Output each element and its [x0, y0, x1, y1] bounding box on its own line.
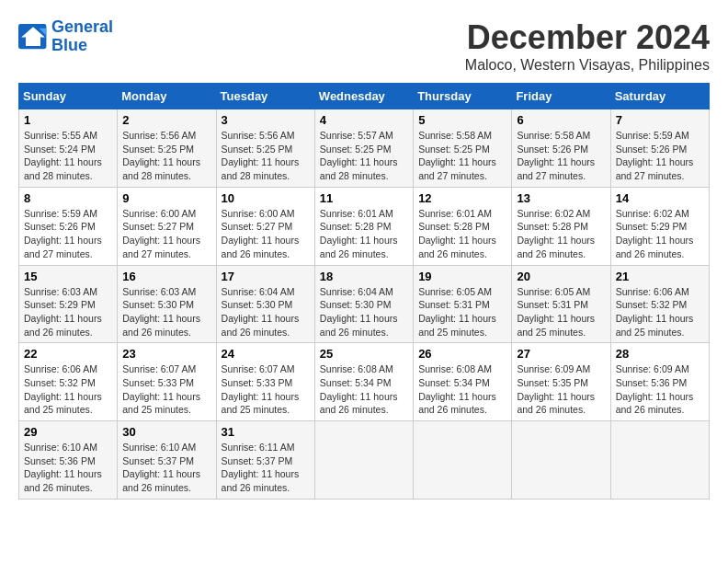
day-number: 17 [222, 270, 310, 283]
day-number: 9 [122, 191, 210, 205]
header-cell-tuesday: Tuesday [216, 84, 314, 109]
day-cell: 8Sunrise: 5:59 AM Sunset: 5:26 PM Daylig… [19, 187, 118, 265]
day-info: Sunrise: 6:08 AM Sunset: 5:34 PM Dayligh… [320, 362, 408, 417]
day-cell: 18Sunrise: 6:04 AM Sunset: 5:30 PM Dayli… [314, 265, 413, 343]
day-cell: 14Sunrise: 6:02 AM Sunset: 5:29 PM Dayli… [610, 187, 709, 265]
week-row-2: 8Sunrise: 5:59 AM Sunset: 5:26 PM Daylig… [19, 187, 710, 265]
day-info: Sunrise: 6:02 AM Sunset: 5:29 PM Dayligh… [616, 207, 704, 261]
day-cell: 24Sunrise: 6:07 AM Sunset: 5:33 PM Dayli… [216, 343, 314, 421]
day-cell: 27Sunrise: 6:09 AM Sunset: 5:35 PM Dayli… [512, 343, 610, 421]
day-number: 16 [122, 270, 210, 283]
day-cell: 4Sunrise: 5:57 AM Sunset: 5:25 PM Daylig… [314, 109, 413, 188]
day-info: Sunrise: 6:08 AM Sunset: 5:34 PM Dayligh… [418, 362, 506, 417]
day-info: Sunrise: 5:55 AM Sunset: 5:24 PM Dayligh… [24, 129, 112, 183]
day-info: Sunrise: 6:10 AM Sunset: 5:37 PM Dayligh… [122, 441, 210, 495]
day-info: Sunrise: 5:59 AM Sunset: 5:26 PM Dayligh… [24, 207, 112, 261]
day-cell: 9Sunrise: 6:00 AM Sunset: 5:27 PM Daylig… [118, 187, 216, 265]
day-number: 23 [122, 347, 210, 361]
day-number: 18 [320, 270, 408, 283]
day-cell: 22Sunrise: 6:06 AM Sunset: 5:32 PM Dayli… [19, 343, 118, 421]
day-cell: 23Sunrise: 6:07 AM Sunset: 5:33 PM Dayli… [118, 343, 216, 421]
day-number: 31 [222, 425, 310, 439]
day-info: Sunrise: 6:00 AM Sunset: 5:27 PM Dayligh… [222, 207, 310, 261]
day-cell: 30Sunrise: 6:10 AM Sunset: 5:37 PM Dayli… [118, 421, 216, 500]
day-number: 29 [24, 425, 112, 439]
day-info: Sunrise: 6:03 AM Sunset: 5:30 PM Dayligh… [122, 285, 210, 339]
header-cell-friday: Friday [512, 84, 610, 109]
day-number: 7 [616, 113, 704, 127]
day-number: 20 [517, 270, 605, 283]
day-cell: 16Sunrise: 6:03 AM Sunset: 5:30 PM Dayli… [118, 265, 216, 343]
day-info: Sunrise: 6:05 AM Sunset: 5:31 PM Dayligh… [418, 285, 506, 339]
day-number: 30 [122, 425, 210, 439]
day-info: Sunrise: 6:11 AM Sunset: 5:37 PM Dayligh… [222, 441, 310, 495]
day-number: 27 [517, 347, 605, 361]
day-cell: 17Sunrise: 6:04 AM Sunset: 5:30 PM Dayli… [216, 265, 314, 343]
calendar-title: December 2024 [465, 18, 710, 57]
day-info: Sunrise: 6:01 AM Sunset: 5:28 PM Dayligh… [418, 207, 506, 261]
day-info: Sunrise: 6:10 AM Sunset: 5:36 PM Dayligh… [24, 441, 112, 495]
header-cell-saturday: Saturday [610, 84, 709, 109]
day-cell [512, 421, 610, 500]
day-number: 21 [616, 270, 704, 283]
day-info: Sunrise: 6:09 AM Sunset: 5:35 PM Dayligh… [517, 362, 605, 417]
day-number: 19 [418, 270, 506, 283]
day-number: 14 [616, 191, 704, 205]
day-info: Sunrise: 6:09 AM Sunset: 5:36 PM Dayligh… [616, 362, 704, 417]
day-cell: 28Sunrise: 6:09 AM Sunset: 5:36 PM Dayli… [610, 343, 709, 421]
day-info: Sunrise: 6:04 AM Sunset: 5:30 PM Dayligh… [222, 285, 310, 339]
week-row-5: 29Sunrise: 6:10 AM Sunset: 5:36 PM Dayli… [19, 421, 710, 500]
logo-text: General Blue [51, 18, 113, 55]
day-cell: 11Sunrise: 6:01 AM Sunset: 5:28 PM Dayli… [314, 187, 413, 265]
day-number: 13 [517, 191, 605, 205]
week-row-3: 15Sunrise: 6:03 AM Sunset: 5:29 PM Dayli… [19, 265, 710, 343]
day-info: Sunrise: 5:59 AM Sunset: 5:26 PM Dayligh… [616, 129, 704, 183]
day-number: 28 [616, 347, 704, 361]
day-info: Sunrise: 5:57 AM Sunset: 5:25 PM Dayligh… [320, 129, 408, 183]
header-cell-thursday: Thursday [414, 84, 512, 109]
day-info: Sunrise: 6:04 AM Sunset: 5:30 PM Dayligh… [320, 285, 408, 339]
day-cell: 19Sunrise: 6:05 AM Sunset: 5:31 PM Dayli… [414, 265, 512, 343]
title-block: December 2024 Maloco, Western Visayas, P… [465, 18, 710, 74]
logo-icon [18, 24, 48, 50]
week-row-4: 22Sunrise: 6:06 AM Sunset: 5:32 PM Dayli… [19, 343, 710, 421]
header-cell-sunday: Sunday [19, 84, 118, 109]
day-number: 3 [222, 113, 310, 127]
calendar-subtitle: Maloco, Western Visayas, Philippines [465, 57, 710, 74]
day-cell [314, 421, 413, 500]
day-number: 10 [222, 191, 310, 205]
day-number: 4 [320, 113, 408, 127]
day-cell: 31Sunrise: 6:11 AM Sunset: 5:37 PM Dayli… [216, 421, 314, 500]
day-info: Sunrise: 6:06 AM Sunset: 5:32 PM Dayligh… [24, 362, 112, 417]
day-cell: 20Sunrise: 6:05 AM Sunset: 5:31 PM Dayli… [512, 265, 610, 343]
day-info: Sunrise: 6:05 AM Sunset: 5:31 PM Dayligh… [517, 285, 605, 339]
day-number: 15 [24, 270, 112, 283]
day-number: 12 [418, 191, 506, 205]
day-cell: 6Sunrise: 5:58 AM Sunset: 5:26 PM Daylig… [512, 109, 610, 188]
day-number: 26 [418, 347, 506, 361]
day-info: Sunrise: 6:07 AM Sunset: 5:33 PM Dayligh… [122, 362, 210, 417]
day-cell: 21Sunrise: 6:06 AM Sunset: 5:32 PM Dayli… [610, 265, 709, 343]
header-cell-monday: Monday [118, 84, 216, 109]
day-cell: 1Sunrise: 5:55 AM Sunset: 5:24 PM Daylig… [19, 109, 118, 188]
day-number: 2 [122, 113, 210, 127]
day-number: 5 [418, 113, 506, 127]
day-number: 1 [24, 113, 112, 127]
day-cell: 12Sunrise: 6:01 AM Sunset: 5:28 PM Dayli… [414, 187, 512, 265]
day-info: Sunrise: 5:56 AM Sunset: 5:25 PM Dayligh… [122, 129, 210, 183]
day-cell: 2Sunrise: 5:56 AM Sunset: 5:25 PM Daylig… [118, 109, 216, 188]
day-cell [414, 421, 512, 500]
day-cell: 5Sunrise: 5:58 AM Sunset: 5:25 PM Daylig… [414, 109, 512, 188]
day-cell: 25Sunrise: 6:08 AM Sunset: 5:34 PM Dayli… [314, 343, 413, 421]
day-number: 22 [24, 347, 112, 361]
day-number: 25 [320, 347, 408, 361]
day-cell: 7Sunrise: 5:59 AM Sunset: 5:26 PM Daylig… [610, 109, 709, 188]
page-header: General Blue December 2024 Maloco, Weste… [18, 18, 710, 74]
logo: General Blue [18, 18, 113, 55]
day-number: 6 [517, 113, 605, 127]
day-info: Sunrise: 5:56 AM Sunset: 5:25 PM Dayligh… [222, 129, 310, 183]
day-cell: 15Sunrise: 6:03 AM Sunset: 5:29 PM Dayli… [19, 265, 118, 343]
day-info: Sunrise: 6:06 AM Sunset: 5:32 PM Dayligh… [616, 285, 704, 339]
day-cell: 26Sunrise: 6:08 AM Sunset: 5:34 PM Dayli… [414, 343, 512, 421]
day-number: 24 [222, 347, 310, 361]
